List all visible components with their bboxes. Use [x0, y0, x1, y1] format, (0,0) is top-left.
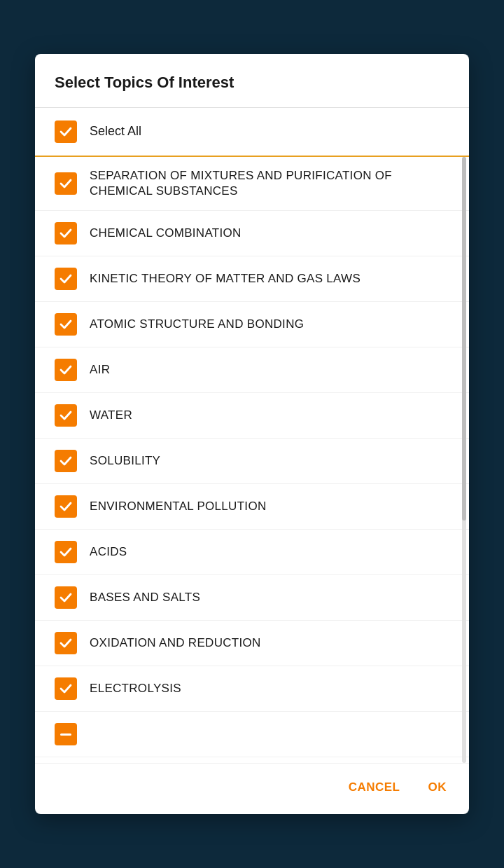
list-item[interactable]: AIR	[35, 347, 469, 393]
topic-label-kinetic-theory: KINETIC THEORY OF MATTER AND GAS LAWS	[90, 271, 360, 287]
list-item[interactable]: BASES AND SALTS	[35, 575, 469, 621]
list-item[interactable]: ATOMIC STRUCTURE AND BONDING	[35, 302, 469, 347]
topic-label-water: WATER	[90, 408, 132, 423]
topic-label-oxidation-reduction: OXIDATION AND REDUCTION	[90, 635, 261, 651]
topic-checkbox-air[interactable]	[55, 359, 77, 381]
topic-checkbox-electrolysis[interactable]	[55, 677, 77, 700]
dialog-actions: CANCEL OK	[35, 763, 469, 814]
checkmark-icon	[59, 177, 73, 191]
list-item[interactable]: OXIDATION AND REDUCTION	[35, 621, 469, 666]
topic-checkbox-chemical-combination[interactable]	[55, 222, 77, 244]
checkmark-icon	[59, 408, 73, 422]
topic-checkbox-bases-and-salts[interactable]	[55, 586, 77, 609]
checkmark-icon	[59, 317, 73, 331]
scrollbar-track[interactable]	[462, 157, 466, 763]
topic-label-atomic-structure: ATOMIC STRUCTURE AND BONDING	[90, 317, 304, 332]
select-all-checkbox[interactable]	[55, 120, 77, 143]
topic-checkbox-separation[interactable]	[55, 172, 77, 195]
checkmark-icon	[59, 125, 73, 139]
topic-label-acids: ACIDS	[90, 544, 127, 560]
dialog-title: Select Topics Of Interest	[35, 54, 469, 108]
partial-icon	[60, 733, 71, 736]
checkmark-icon	[59, 454, 73, 468]
topic-label-electrolysis: ELECTROLYSIS	[90, 681, 181, 696]
checkmark-icon	[59, 591, 73, 605]
scrollbar-thumb	[462, 157, 466, 521]
topic-checkbox-acids[interactable]	[55, 541, 77, 563]
list-item[interactable]: CHEMICAL COMBINATION	[35, 211, 469, 256]
checkmark-icon	[59, 500, 73, 514]
topic-checkbox-water[interactable]	[55, 404, 77, 427]
topic-label-bases-and-salts: BASES AND SALTS	[90, 590, 200, 605]
topic-checkbox-environmental-pollution[interactable]	[55, 495, 77, 518]
select-all-label: Select All	[90, 124, 141, 139]
checkmark-icon	[59, 363, 73, 377]
topic-label-air: AIR	[90, 362, 110, 378]
topic-label-solubility: SOLUBILITY	[90, 453, 160, 469]
list-item[interactable]: ACIDS	[35, 530, 469, 575]
list-item[interactable]: WATER	[35, 393, 469, 439]
checkmark-icon	[59, 226, 73, 240]
cancel-button[interactable]: CANCEL	[346, 776, 403, 799]
topic-checkbox-atomic-structure[interactable]	[55, 313, 77, 336]
topic-label-separation: SEPARATION OF MIXTURES AND PURIFICATION …	[90, 168, 449, 199]
list-item[interactable]	[35, 712, 469, 757]
list-item[interactable]: SOLUBILITY	[35, 439, 469, 484]
topic-checkbox-kinetic-theory[interactable]	[55, 268, 77, 290]
checkmark-icon	[59, 682, 73, 696]
topic-label-environmental-pollution: ENVIRONMENTAL POLLUTION	[90, 499, 267, 514]
list-item[interactable]: ENVIRONMENTAL POLLUTION	[35, 484, 469, 530]
checkmark-icon	[59, 636, 73, 650]
list-item[interactable]: KINETIC THEORY OF MATTER AND GAS LAWS	[35, 256, 469, 302]
dialog: Select Topics Of Interest Select All SEP…	[35, 54, 469, 814]
topic-label-chemical-combination: CHEMICAL COMBINATION	[90, 226, 241, 241]
ok-button[interactable]: OK	[426, 776, 450, 799]
select-all-row[interactable]: Select All	[35, 108, 469, 157]
list-item[interactable]: SEPARATION OF MIXTURES AND PURIFICATION …	[35, 157, 469, 211]
topic-checkbox-solubility[interactable]	[55, 450, 77, 472]
list-item[interactable]: ELECTROLYSIS	[35, 666, 469, 712]
checkmark-icon	[59, 545, 73, 559]
topic-checkbox-more[interactable]	[55, 723, 77, 745]
checkmark-icon	[59, 272, 73, 286]
topic-checkbox-oxidation-reduction[interactable]	[55, 632, 77, 654]
topics-list: SEPARATION OF MIXTURES AND PURIFICATION …	[35, 157, 469, 763]
